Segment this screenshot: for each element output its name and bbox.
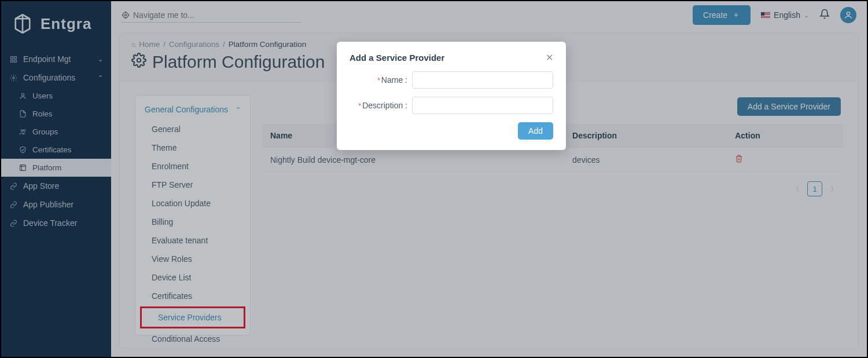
modal-title: Add a Service Provider [350, 53, 444, 63]
name-input[interactable] [412, 71, 553, 89]
add-service-provider-modal: Add a Service Provider ✕ *Name : *Descri… [337, 42, 566, 150]
close-icon[interactable]: ✕ [546, 52, 553, 63]
name-label: Name [381, 75, 403, 85]
description-label: Description [362, 101, 403, 110]
modal-add-button[interactable]: Add [518, 122, 553, 140]
modal-backdrop-sidebar [1, 1, 111, 357]
description-input[interactable] [412, 97, 553, 114]
